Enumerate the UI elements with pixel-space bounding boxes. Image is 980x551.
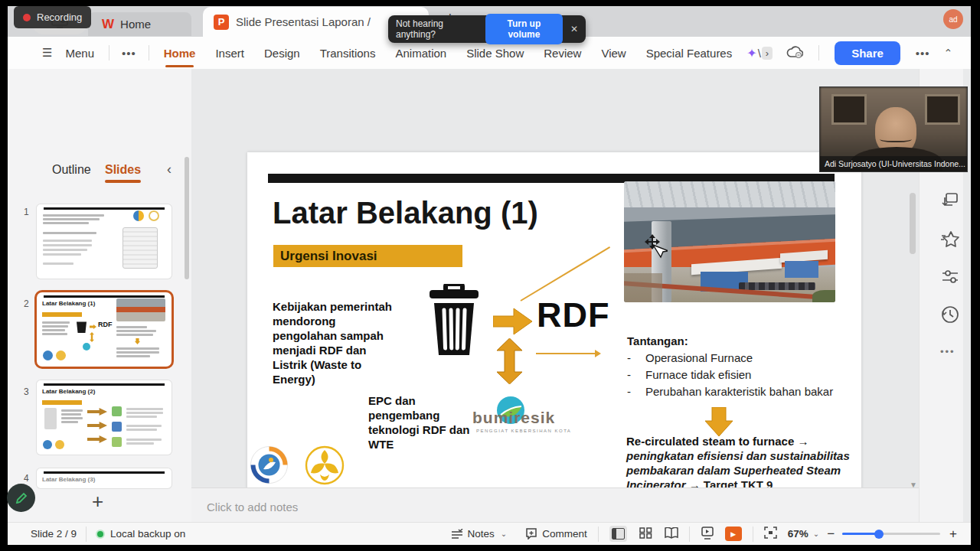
zoom-slider[interactable] xyxy=(842,533,940,535)
object-properties-button[interactable] xyxy=(940,267,960,287)
tab-slides[interactable]: Slides xyxy=(105,163,141,176)
share-button[interactable]: Share xyxy=(835,41,900,65)
play-from-start-button[interactable] xyxy=(701,527,714,542)
collapse-panel-icon[interactable]: ‹ xyxy=(167,161,172,178)
user-avatar[interactable]: ad xyxy=(943,9,963,29)
slide-policy-text[interactable]: Kebijakan pemerintah mendorong pengolaha… xyxy=(273,299,403,386)
thumb-logo xyxy=(133,210,144,221)
tab-home-label: Home xyxy=(120,18,151,31)
notes-area[interactable] xyxy=(191,487,919,522)
panel-scrollbar-thumb[interactable] xyxy=(185,157,189,279)
notes-toggle[interactable]: Notes ⌄ xyxy=(451,528,508,540)
tantangan-item: -Furnace tidak efisien xyxy=(627,368,751,381)
trash-icon xyxy=(427,284,481,359)
backup-status-label[interactable]: Local backup on xyxy=(110,528,185,540)
tab-outline[interactable]: Outline xyxy=(52,163,91,177)
slide-thumbnail-1[interactable] xyxy=(37,204,172,279)
divider xyxy=(149,45,149,60)
more-options-icon[interactable]: ••• xyxy=(916,47,930,60)
thumb-sketch xyxy=(44,408,57,429)
slide-number: 3 xyxy=(24,386,29,397)
slide-thumbnail-2-selected[interactable]: Latar Belakang (1) RDF xyxy=(37,292,172,367)
notes-icon xyxy=(451,529,463,539)
view-sorter-button[interactable] xyxy=(639,527,652,541)
cloud-sync-icon[interactable] xyxy=(786,45,803,60)
notes-placeholder[interactable]: Click to add notes xyxy=(207,500,298,514)
webcam-caption: Adi Surjosatyo (UI-Universitas Indone... xyxy=(820,156,967,171)
slide-highlight-box[interactable]: Urgensi Inovasi xyxy=(273,245,462,267)
zoom-out-button[interactable]: − xyxy=(827,527,835,542)
more-menus-icon[interactable]: ••• xyxy=(122,47,136,60)
hamburger-menu-icon[interactable]: ☰ xyxy=(42,46,52,60)
zoom-slider-knob[interactable] xyxy=(874,530,884,539)
glasses xyxy=(880,135,912,142)
tab-special-features[interactable]: Special Features xyxy=(646,47,733,60)
webcam-overlay[interactable]: Adi Surjosatyo (UI-Universitas Indone... xyxy=(819,86,968,172)
fit-slide-button[interactable] xyxy=(764,527,777,541)
slide-number: 2 xyxy=(24,298,29,309)
main-scrollbar-thumb[interactable] xyxy=(910,193,916,254)
menu-button[interactable]: Menu xyxy=(65,47,94,60)
comment-label: Comment xyxy=(542,528,587,540)
sidebar-more-button[interactable]: ••• xyxy=(940,346,960,366)
slash-icon: \ xyxy=(758,47,761,60)
slide-thumbnail-4[interactable]: Latar Belakang (3) xyxy=(37,468,172,488)
tab-transitions[interactable]: Transitions xyxy=(320,47,376,60)
conclusion-bold[interactable]: Re-circulated steam to furnace → xyxy=(626,435,808,448)
comment-button[interactable]: Comment xyxy=(525,528,587,540)
chevron-down-icon[interactable]: ⌄ xyxy=(813,530,819,538)
ai-sparkle-icon[interactable]: ✦ xyxy=(746,46,756,60)
toast-question: Not hearing anything? xyxy=(396,18,478,40)
bumiresik-tagline: PENGGIAT KEBERSIHAN KOTA xyxy=(476,429,571,433)
divider xyxy=(753,527,753,542)
diktisaintek-logo-icon xyxy=(250,446,288,487)
annotation-pencil-button[interactable] xyxy=(7,484,35,512)
slide-title[interactable]: Latar Belakang (1) xyxy=(273,196,538,230)
tab-animation[interactable]: Animation xyxy=(395,47,446,60)
thumb-logo xyxy=(43,350,53,360)
history-button[interactable] xyxy=(940,305,960,324)
backup-status-icon xyxy=(96,530,105,539)
tab-insert[interactable]: Insert xyxy=(215,47,244,60)
divider xyxy=(598,527,599,542)
chevron-right-icon[interactable]: › xyxy=(762,47,773,60)
window-shape xyxy=(927,96,958,122)
divider xyxy=(818,45,819,60)
effects-star-button[interactable] xyxy=(940,230,960,249)
slideshow-play-button[interactable]: ▶ xyxy=(725,527,742,541)
zoom-level[interactable]: 67% xyxy=(788,528,808,540)
avatar-initials: ad xyxy=(949,15,957,24)
grid-view-icon xyxy=(639,527,652,539)
slide-number: 4 xyxy=(24,473,29,484)
add-slide-button[interactable]: + xyxy=(92,490,103,514)
collapse-ribbon-icon[interactable]: ⌃ xyxy=(944,47,953,59)
slide-thumbnail-3[interactable]: Latar Belakang (2) xyxy=(37,380,172,455)
tab-design[interactable]: Design xyxy=(264,47,300,60)
view-reading-button[interactable] xyxy=(665,527,678,541)
divider xyxy=(86,527,87,542)
tab-view[interactable]: View xyxy=(601,47,626,60)
slide-rdf-label[interactable]: RDF xyxy=(537,295,609,335)
divider xyxy=(689,527,690,542)
thumb-logo xyxy=(56,350,66,360)
toast-close-icon[interactable]: ✕ xyxy=(570,24,578,34)
tab-home-ribbon[interactable]: Home xyxy=(164,47,196,60)
normal-view-icon xyxy=(612,528,625,540)
pencil-icon xyxy=(15,491,28,505)
view-normal-button[interactable] xyxy=(609,526,627,542)
thumb-photo xyxy=(116,298,165,321)
tab-slide-show[interactable]: Slide Show xyxy=(466,47,524,60)
tantangan-item: -Perubahan karakteristik bahan bakar xyxy=(627,385,833,398)
slide-epc-text[interactable]: EPC dan pengembang teknologi RDF dan WTE xyxy=(368,393,483,452)
thumb-title: Latar Belakang (2) xyxy=(42,388,95,395)
arrow-right-icon xyxy=(493,308,533,338)
arrow-thin-right-icon xyxy=(536,353,596,354)
turn-up-volume-button[interactable]: Turn up volume xyxy=(485,14,563,44)
slide-highlight-label: Urgensi Inovasi xyxy=(280,249,377,264)
tab-wps-home[interactable]: W Home xyxy=(88,12,191,36)
slide-switch-button[interactable] xyxy=(940,191,960,210)
tantangan-heading[interactable]: Tantangan: xyxy=(627,334,688,347)
thumb-title: Latar Belakang (1) xyxy=(42,300,95,307)
zoom-in-button[interactable]: + xyxy=(949,527,957,542)
tab-review[interactable]: Review xyxy=(544,47,581,60)
